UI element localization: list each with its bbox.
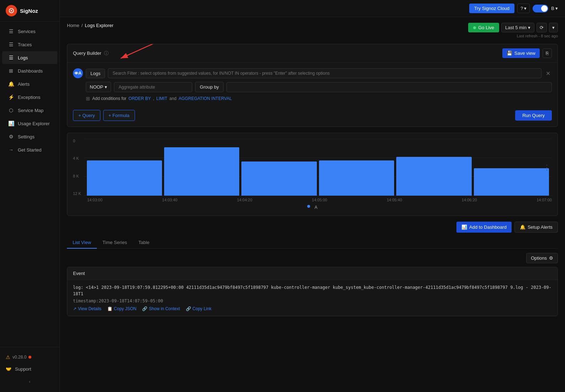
support-icon: 🤝: [6, 366, 11, 372]
sidebar-label-services: Services: [18, 29, 36, 34]
sidebar-item-services[interactable]: ☰ Services: [2, 25, 57, 38]
bar-5: [396, 157, 471, 196]
sidebar-label-get-started: Get Started: [18, 147, 41, 153]
support-item[interactable]: 🤝 Support: [0, 363, 59, 375]
sidebar-nav: ☰ Services ☰ Traces ☰ Logs ⊞ Dashboards …: [0, 22, 59, 347]
sidebar: SigNoz ☰ Services ☰ Traces ☰ Logs ⊞ Dash…: [0, 0, 60, 392]
x-label-2: 14:04:20: [237, 198, 252, 202]
bar-3: [241, 161, 316, 196]
y-label-12k: 12 K: [73, 191, 81, 196]
usage-icon: 📊: [8, 121, 14, 126]
chart-x-labels: 14:03:00 14:03:40 14:04:20 14:05:00 14:0…: [73, 198, 552, 202]
try-signoz-button[interactable]: Try Signoz Cloud: [469, 4, 514, 13]
query-builder-body: 👁 A Logs ✕ NOOP ▾ Group by: [67, 63, 558, 127]
go-live-label: Go Live: [478, 25, 494, 30]
sidebar-item-alerts[interactable]: 🔔 Alerts: [2, 78, 57, 90]
add-formula-button[interactable]: + Formula: [103, 110, 135, 121]
group-by-input[interactable]: [226, 82, 552, 92]
eye-icon: 👁: [74, 71, 78, 75]
tab-time-series[interactable]: Time Series: [97, 237, 133, 249]
sidebar-item-usage-explorer[interactable]: 📊 Usage Explorer: [2, 117, 57, 130]
query-builder-help-icon[interactable]: ⓘ: [104, 50, 109, 57]
group-by-button[interactable]: Group by: [195, 82, 223, 92]
query-builder-section: Query Builder ⓘ 💾 Save view ⎘: [67, 44, 558, 127]
breadcrumb: Home / Logs Explorer: [67, 23, 114, 28]
tab-table[interactable]: Table: [133, 237, 155, 249]
show-context-button[interactable]: 🔗 Show in Context: [142, 306, 180, 311]
options-label: Options: [531, 255, 547, 261]
add-query-button[interactable]: + Query: [73, 110, 100, 121]
chart-section: 12 K 8 K 4 K 0: [67, 133, 558, 216]
sidebar-item-logs[interactable]: ☰ Logs: [2, 51, 57, 64]
theme-toggle[interactable]: [533, 5, 548, 12]
copy-json-button[interactable]: 📋 Copy JSON: [107, 306, 136, 311]
noop-select[interactable]: NOOP ▾: [86, 82, 111, 92]
sidebar-item-dashboards[interactable]: ⊞ Dashboards: [2, 64, 57, 77]
and-text: and: [169, 96, 177, 101]
copy-link-button[interactable]: 🔗 Copy Link: [186, 306, 211, 311]
x-label-6: 14:07:00: [537, 198, 552, 202]
more-options-button[interactable]: ▾: [549, 23, 558, 32]
limit-link[interactable]: LIMIT: [156, 96, 167, 101]
sidebar-label-alerts: Alerts: [18, 81, 30, 87]
sidebar-bottom: ⚠ v0.28.0 🤝 Support ‹: [0, 347, 59, 392]
save-view-button[interactable]: 💾 Save view: [502, 48, 540, 58]
search-filter-input[interactable]: [108, 68, 542, 78]
query-label-a: A: [78, 71, 82, 76]
aggregation-interval-link[interactable]: AGGREGATION INTERVAL: [179, 96, 232, 101]
add-to-dashboard-button[interactable]: 📊 Add to Dashboard: [456, 222, 512, 233]
log-text: log: <14>1 2023-09-18T19:07:59.812295+00…: [73, 285, 551, 296]
query-row-a: 👁 A Logs ✕: [73, 68, 552, 78]
query-builder-title: Query Builder: [73, 51, 101, 56]
sidebar-label-usage: Usage Explorer: [18, 121, 50, 126]
aggregate-attribute-input[interactable]: [114, 82, 192, 92]
y-label-8k: 8 K: [73, 174, 81, 178]
sidebar-item-get-started[interactable]: → Get Started: [2, 143, 57, 156]
dashboards-icon: ⊞: [8, 68, 14, 74]
help-icon: ?: [520, 6, 523, 11]
go-live-button[interactable]: Go Live: [468, 23, 499, 32]
sidebar-item-exceptions[interactable]: ⚡ Exceptions: [2, 91, 57, 104]
query-badge-a: 👁 A: [73, 68, 83, 78]
order-by-link[interactable]: ORDER BY: [129, 96, 151, 101]
conditions-expand-icon[interactable]: ⊞: [86, 96, 90, 101]
options-button[interactable]: Options ⚙: [526, 253, 558, 263]
tab-list-view[interactable]: List View: [67, 237, 97, 249]
x-label-0: 14:03:00: [87, 198, 103, 202]
refresh-button[interactable]: ⟳: [537, 23, 547, 32]
sidebar-item-service-map[interactable]: ⬡ Service Map: [2, 104, 57, 117]
bar-4: [319, 160, 394, 196]
run-query-button[interactable]: Run Query: [515, 110, 552, 121]
sidebar-item-settings[interactable]: ⚙ Settings: [2, 130, 57, 143]
user-initial: B: [551, 6, 554, 11]
breadcrumb-home[interactable]: Home: [67, 23, 79, 28]
setup-alerts-button[interactable]: 🔔 Setup Alerts: [514, 222, 558, 233]
chart-area: 12 K 8 K 4 K 0: [73, 139, 552, 196]
help-button[interactable]: ? ▾: [517, 4, 530, 13]
user-button[interactable]: B ▾: [551, 6, 558, 11]
chart-y-labels: 12 K 8 K 4 K 0: [73, 139, 81, 196]
sidebar-item-traces[interactable]: ☰ Traces: [2, 38, 57, 51]
event-log-line: log: <14>1 2023-09-18T19:07:59.812295+00…: [73, 284, 552, 297]
clear-filter-button[interactable]: ✕: [544, 70, 552, 77]
copy-link-icon: 🔗: [186, 306, 191, 311]
top-bar: Try Signoz Cloud ? ▾ B ▾: [60, 0, 565, 17]
x-label-4: 14:05:40: [387, 198, 402, 202]
logo-text: SigNoz: [20, 8, 38, 14]
top-bar-right: Try Signoz Cloud ? ▾ B ▾: [469, 4, 558, 13]
view-details-button[interactable]: ↗ View Details: [73, 306, 101, 311]
view-details-icon: ↗: [73, 306, 77, 311]
version-text: v0.28.0: [12, 355, 26, 360]
collapse-button[interactable]: ‹: [0, 375, 59, 388]
time-selector[interactable]: Last 5 min ▾: [501, 23, 534, 32]
copy-json-icon: 📋: [107, 306, 113, 311]
aggregate-row: NOOP ▾ Group by: [86, 82, 552, 92]
legend-label-a: A: [314, 205, 317, 210]
share-button[interactable]: ⎘: [543, 48, 552, 58]
legend-dot-a: [307, 205, 310, 208]
query-builder-footer: + Query + Formula Run Query: [73, 107, 552, 121]
time-chevron: ▾: [528, 25, 530, 30]
qb-actions: 💾 Save view ⎘: [502, 48, 552, 58]
view-details-label: View Details: [78, 306, 101, 311]
copy-json-label: Copy JSON: [114, 306, 136, 311]
